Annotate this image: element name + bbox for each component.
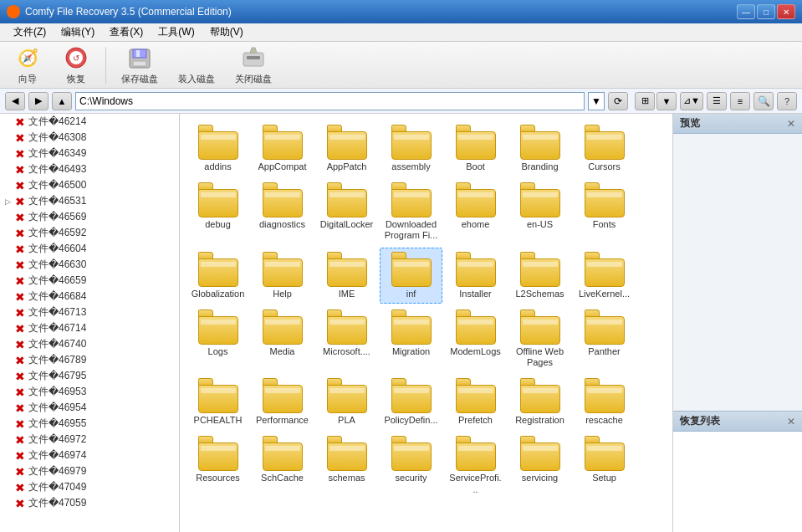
expand-arrow — [3, 166, 12, 174]
list-item[interactable]: ✖ 文件�46713 — [0, 304, 179, 320]
folder-item[interactable]: Migration — [380, 305, 442, 372]
load-disk-button[interactable]: 装入磁盘 — [171, 41, 222, 89]
folder-item[interactable]: Help — [251, 248, 314, 304]
folder-item[interactable]: PolicyDefin... — [380, 374, 442, 430]
folder-item[interactable]: Resources — [186, 432, 249, 499]
close-button[interactable]: ✕ — [777, 4, 795, 19]
folder-name: assembly — [391, 161, 430, 172]
folder-item[interactable]: LiveKernel... — [573, 248, 636, 304]
view-dropdown[interactable]: ▼ — [656, 92, 677, 110]
list-item[interactable]: ✖ 文件�46214 — [0, 114, 179, 130]
help-button[interactable]: ? — [777, 92, 797, 110]
list-item[interactable]: ✖ 文件�46795 — [0, 368, 179, 384]
folder-item[interactable]: addins — [186, 120, 249, 176]
refresh-button[interactable]: ⟳ — [608, 92, 628, 110]
list-item[interactable]: ✖ 文件�46972 — [0, 432, 179, 448]
list-item[interactable]: ✖ 文件�46955 — [0, 416, 179, 432]
folder-item[interactable]: Media — [251, 305, 314, 372]
filter-button[interactable]: ⊿▼ — [680, 92, 703, 110]
folder-item[interactable]: rescache — [573, 374, 636, 430]
folder-item[interactable]: PLA — [315, 374, 378, 430]
folder-item[interactable]: Prefetch — [444, 374, 507, 430]
folder-item[interactable]: DigitalLocker — [315, 178, 378, 245]
maximize-button[interactable]: □ — [757, 4, 775, 19]
folder-item[interactable]: Installer — [444, 248, 507, 304]
list-item[interactable]: ✖ 文件�46500 — [0, 177, 179, 193]
folder-item[interactable]: Performance — [251, 374, 314, 430]
list-item[interactable]: ✖ 文件�46493 — [0, 161, 179, 177]
folder-item[interactable]: Registration — [508, 374, 571, 430]
menu-file[interactable]: 文件(Z) — [7, 23, 53, 41]
list-item[interactable]: ✖ 文件�46979 — [0, 463, 179, 479]
folder-item[interactable]: schemas — [315, 432, 378, 499]
forward-button[interactable]: ▶ — [28, 92, 49, 110]
address-dropdown[interactable]: ▼ — [588, 92, 605, 110]
save-disk-button[interactable]: 保存磁盘 — [115, 41, 165, 89]
folder-item[interactable]: security — [380, 432, 442, 499]
folder-item[interactable]: Setup — [573, 432, 636, 499]
large-icons-button[interactable]: ⊞ — [635, 92, 655, 110]
list-item[interactable]: ✖ 文件�46740 — [0, 336, 179, 352]
folder-icon — [327, 309, 367, 345]
recovery-close-button[interactable]: ✕ — [787, 416, 795, 427]
folder-icon — [456, 252, 496, 287]
folder-item[interactable]: ehome — [444, 178, 507, 245]
list-item[interactable]: ✖ 文件�46604 — [0, 241, 179, 257]
folder-item[interactable]: AppCompat — [251, 120, 314, 176]
folder-item[interactable]: Cursors — [573, 120, 636, 176]
folder-item[interactable]: ModemLogs — [444, 305, 507, 372]
list-item[interactable]: ✖ 文件�46659 — [0, 273, 179, 289]
folder-item[interactable]: debug — [186, 178, 249, 245]
list-item[interactable]: ✖ 文件�46592 — [0, 225, 179, 241]
folder-item[interactable]: SchCache — [251, 432, 314, 499]
list-item[interactable]: ✖ 文件�47059 — [0, 495, 179, 511]
list-item[interactable]: ✖ 文件�46569 — [0, 209, 179, 225]
details-view-button[interactable]: ☰ — [707, 92, 727, 110]
folder-item[interactable]: diagnostics — [251, 178, 314, 245]
minimize-button[interactable]: — — [737, 4, 755, 19]
folder-item[interactable]: IME — [315, 248, 378, 304]
folder-item[interactable]: Logs — [186, 305, 249, 372]
folder-icon — [456, 309, 496, 345]
search-button[interactable]: 🔍 — [753, 92, 774, 110]
menu-tools[interactable]: 工具(W) — [151, 23, 201, 41]
close-disk-button[interactable]: 关闭磁盘 — [228, 41, 278, 89]
folder-item[interactable]: L2Schemas — [508, 248, 571, 304]
folder-item[interactable]: Fonts — [573, 178, 636, 245]
folder-item[interactable]: en-US — [508, 178, 571, 245]
list-item[interactable]: ✖ 文件�46684 — [0, 289, 179, 304]
list-item[interactable]: ✖ 文件�46789 — [0, 352, 179, 368]
folder-item[interactable]: inf — [380, 248, 442, 304]
list-item[interactable]: ✖ 文件�46974 — [0, 448, 179, 463]
folder-item[interactable]: servicing — [508, 432, 571, 499]
folder-item[interactable]: Downloaded Program Fi... — [380, 178, 442, 245]
list-item[interactable]: ✖ 文件�46630 — [0, 257, 179, 273]
folder-item[interactable]: PCHEALTH — [186, 374, 249, 430]
up-button[interactable]: ▲ — [52, 92, 72, 110]
folder-item[interactable]: Panther — [573, 305, 636, 372]
folder-item[interactable]: AppPatch — [315, 120, 378, 176]
folder-item[interactable]: Offline Web Pages — [508, 305, 571, 372]
folder-item[interactable]: Branding — [508, 120, 571, 176]
menu-help[interactable]: 帮助(V) — [203, 23, 250, 41]
folder-item[interactable]: Globalization — [186, 248, 249, 304]
menu-edit[interactable]: 编辑(Y) — [54, 23, 101, 41]
folder-item[interactable]: Boot — [444, 120, 507, 176]
preview-close-button[interactable]: ✕ — [787, 118, 795, 130]
list-item[interactable]: ✖ 文件�46349 — [0, 146, 179, 161]
list-item[interactable]: ✖ 文件�46308 — [0, 130, 179, 146]
list-view-button[interactable]: ≡ — [730, 92, 750, 110]
menu-view[interactable]: 查看(X) — [103, 23, 150, 41]
folder-item[interactable]: Microsoft.... — [315, 305, 378, 372]
wizard-button[interactable]: 🧭 向导 — [7, 41, 49, 89]
folder-item[interactable]: ServiceProfi... — [444, 432, 507, 499]
folder-item[interactable]: assembly — [380, 120, 442, 176]
address-input[interactable] — [75, 92, 585, 110]
list-item[interactable]: ✖ 文件�46954 — [0, 400, 179, 416]
list-item[interactable]: ✖ 文件�46714 — [0, 320, 179, 336]
back-button[interactable]: ◀ — [5, 92, 25, 110]
list-item[interactable]: ✖ 文件�47049 — [0, 479, 179, 495]
list-item[interactable]: ✖ 文件�46953 — [0, 384, 179, 400]
list-item[interactable]: ▷ ✖ 文件�46531 — [0, 193, 179, 209]
restore-button[interactable]: ↺ 恢复 — [55, 41, 97, 89]
